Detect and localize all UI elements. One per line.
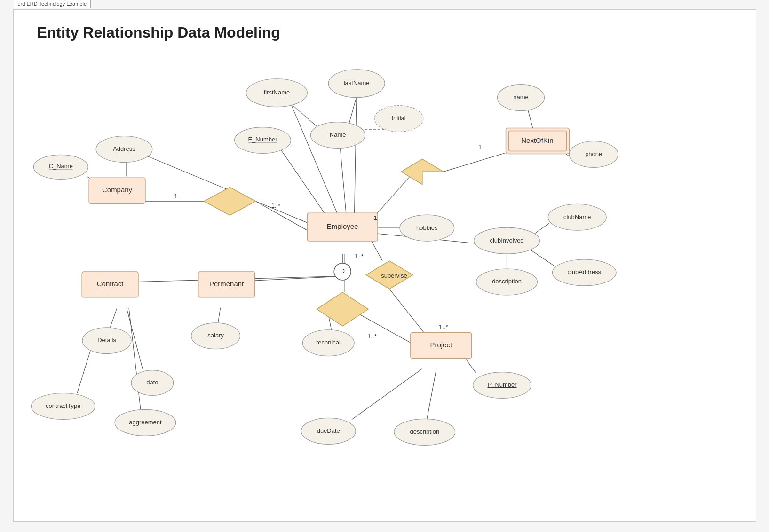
duedate-label: dueDate [317, 427, 340, 434]
aggreement-label: aggreement [129, 419, 162, 426]
svg-line-18 [532, 223, 549, 235]
project-label: Project [430, 341, 452, 349]
contract-label: Contract [96, 280, 123, 288]
isa-label: D [340, 267, 344, 274]
date-label: date [146, 379, 158, 386]
svg-line-28 [218, 308, 220, 323]
hobbies-label: hobbies [416, 224, 438, 231]
card-1star-manage: 1..* [354, 253, 363, 260]
card-1star-project: 1..* [439, 323, 448, 330]
description-club-label: description [492, 278, 522, 285]
lastname-label: lastName [343, 79, 369, 86]
contracttype-label: contractType [46, 402, 80, 409]
svg-line-5 [291, 104, 321, 131]
diagram-page: erd ERD Technology Example Entity Relati… [13, 9, 756, 522]
supervise-label: supervise [381, 272, 407, 279]
card-1-employee-nok: 1 [373, 214, 377, 221]
worksfor-diamond[interactable] [204, 187, 255, 215]
svg-line-19 [528, 248, 554, 266]
card-1star-project2: 1..* [367, 333, 376, 340]
firstname-label: firstName [263, 89, 290, 96]
svg-line-24 [110, 308, 117, 328]
phone-label: phone [585, 150, 602, 157]
workon-diamond[interactable] [317, 292, 368, 326]
name-label: Name [329, 131, 346, 138]
svg-line-26 [129, 308, 141, 410]
cname-label: C_Name [48, 163, 72, 170]
description-proj-label: description [410, 428, 439, 435]
svg-line-35 [427, 369, 436, 419]
initial-label: initial [392, 115, 406, 122]
svg-line-30 [352, 310, 415, 345]
enumber-label: E_Number [248, 136, 277, 143]
technical-label: technical [316, 339, 340, 346]
svg-line-33 [389, 289, 424, 334]
svg-line-34 [352, 369, 422, 420]
address-label: Address [113, 145, 135, 152]
nextofkin-label: NextOfKin [521, 136, 553, 144]
nok-diamond[interactable] [401, 159, 443, 184]
tab-label[interactable]: erd ERD Technology Example [14, 0, 91, 8]
svg-line-3 [354, 97, 357, 226]
svg-line-27 [77, 348, 91, 393]
details-label: Details [97, 336, 116, 344]
clubaddress-label: clubAddress [567, 268, 601, 275]
card-1star-employee: 1..* [271, 202, 280, 209]
company-label: Company [102, 186, 133, 194]
clubinvolved-label: clubInvolved [490, 237, 523, 244]
permenant-label: Permenant [209, 280, 244, 288]
employee-label: Employee [326, 222, 358, 230]
pnumber-label: P_Number [487, 381, 517, 388]
card-1-company: 1 [174, 193, 177, 200]
card-1-nok: 1 [478, 144, 482, 151]
nok-name-label: name [513, 94, 528, 101]
salary-label: salary [207, 332, 224, 339]
erd-diagram: Employee Company NextOfKin Contract Perm… [14, 10, 756, 521]
svg-line-1 [255, 201, 307, 230]
clubname-label: clubName [563, 213, 591, 220]
